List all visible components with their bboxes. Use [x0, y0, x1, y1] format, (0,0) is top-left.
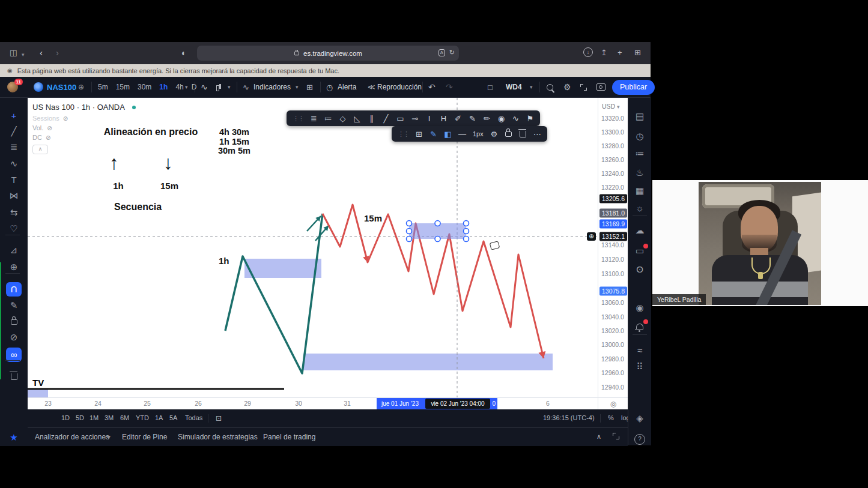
- price-range-icon[interactable]: I: [425, 114, 433, 123]
- favorites-heart-icon[interactable]: ♡: [6, 222, 22, 235]
- fill-color-icon[interactable]: ◧: [444, 130, 452, 139]
- reader-shield-icon[interactable]: ◐: [181, 47, 186, 58]
- line-style-icon[interactable]: —: [458, 130, 466, 139]
- clock-label[interactable]: 19:36:15 (UTC-4): [543, 414, 595, 421]
- xabcd-pattern-icon[interactable]: ⋈: [6, 189, 22, 202]
- fib-retracement-icon[interactable]: ≣: [6, 140, 22, 154]
- tabs-overview-icon[interactable]: ⊞: [634, 47, 641, 58]
- replay-icon[interactable]: ≪: [368, 77, 375, 97]
- timeframe-4h[interactable]: 4h: [175, 83, 183, 91]
- public-chat-icon[interactable]: ☁: [632, 224, 648, 237]
- rectangle-shape-icon[interactable]: ▭: [396, 114, 404, 123]
- delete-icon[interactable]: [519, 131, 527, 137]
- panel-expand-icon[interactable]: [613, 433, 619, 441]
- range-1D[interactable]: 1D: [61, 414, 70, 421]
- annotation-alignment[interactable]: 4h 30m1h 15m30m 5m: [204, 128, 264, 156]
- pattern-wave-icon[interactable]: ∿: [6, 157, 22, 170]
- watchlist-icon[interactable]: ▤: [632, 110, 648, 123]
- snapshot-camera-icon[interactable]: [596, 77, 605, 97]
- tab-chevron-icon[interactable]: ▾: [107, 433, 111, 441]
- layout-chevron-icon[interactable]: ▾: [530, 77, 533, 97]
- line-width-label[interactable]: 1px: [473, 130, 484, 137]
- sidebar-chevron-icon[interactable]: ▾: [22, 49, 25, 60]
- symbol-button[interactable]: NAS100: [47, 77, 76, 97]
- tab-analizador-de-acciones[interactable]: Analizador de acciones: [35, 433, 109, 441]
- hotlists-icon[interactable]: ♨: [632, 166, 648, 179]
- timeframes-chevron-icon[interactable]: ▾: [185, 77, 188, 97]
- redo-icon[interactable]: ↷: [446, 77, 453, 97]
- price-scale[interactable]: USD ▾ 13320.013300.013280.013260.013240.…: [598, 98, 628, 397]
- currency-chevron-icon[interactable]: ▾: [617, 104, 620, 110]
- indicators-chevron-icon[interactable]: ▾: [296, 77, 299, 97]
- alert-clock-icon[interactable]: ◷: [326, 77, 333, 97]
- currency-label[interactable]: USD: [602, 103, 615, 110]
- legend-collapse-button[interactable]: ∧: [32, 145, 48, 154]
- undo-icon[interactable]: ↶: [428, 77, 436, 97]
- down-arrow-label[interactable]: 15m: [157, 181, 181, 191]
- ellipse-shape-icon[interactable]: ◇: [339, 114, 347, 123]
- range-YTD[interactable]: YTD: [136, 414, 149, 421]
- hide-drawings-icon[interactable]: ⊘: [6, 331, 22, 344]
- dom-icon[interactable]: ⠿: [632, 360, 648, 373]
- range-Todas[interactable]: Todas: [185, 414, 202, 421]
- sidebar-icon[interactable]: ◫: [10, 47, 17, 58]
- eye-hidden-icon[interactable]: ⊘: [46, 134, 50, 141]
- help-icon[interactable]: ?: [634, 434, 645, 445]
- indicators-icon[interactable]: ∿: [243, 77, 249, 97]
- tab-panel-de-trading[interactable]: Panel de trading: [263, 433, 315, 441]
- alert-button[interactable]: Alerta: [338, 77, 356, 97]
- tab-editor-de-pine[interactable]: Editor de Pine: [122, 433, 167, 441]
- scale-%[interactable]: %: [608, 414, 614, 421]
- ruler-icon[interactable]: ⊿: [6, 244, 22, 257]
- streams-icon[interactable]: ◉: [632, 301, 648, 315]
- panel-collapse-icon[interactable]: ∧: [596, 433, 601, 441]
- pine-scripts-icon[interactable]: ≈: [632, 344, 648, 357]
- timeframe-30m[interactable]: 30m: [138, 83, 151, 91]
- ideas-icon[interactable]: ☼: [632, 202, 648, 215]
- goto-date-icon[interactable]: ⊡: [216, 414, 222, 423]
- indicators-button[interactable]: Indicadores: [253, 77, 291, 97]
- forward-icon[interactable]: ›: [56, 47, 59, 58]
- chart-type-icon[interactable]: [215, 77, 223, 97]
- back-icon[interactable]: ‹: [40, 47, 43, 58]
- up-arrow-label[interactable]: 1h: [111, 181, 126, 191]
- fib-speed-icon[interactable]: ≣: [310, 114, 318, 123]
- range-5D[interactable]: 5D: [76, 414, 84, 421]
- settings-icon[interactable]: ⚙: [490, 130, 498, 139]
- crosshair-icon[interactable]: +: [6, 109, 22, 122]
- chart-type-chevron-icon[interactable]: ▾: [228, 77, 231, 97]
- chart-line-icon[interactable]: ∿: [201, 77, 208, 97]
- position-tool-icon[interactable]: ⇆: [6, 206, 22, 219]
- color-pencil-icon[interactable]: ✎: [429, 130, 437, 139]
- time-scale[interactable]: jue 01 Jun '23 vie 02 Jun '23 04:00 0 23…: [28, 397, 598, 410]
- notes-icon[interactable]: ≔: [632, 147, 648, 160]
- lock-drawings-icon[interactable]: [6, 315, 22, 328]
- timeframe-5m[interactable]: 5m: [98, 83, 108, 91]
- private-chat-icon[interactable]: ▭: [632, 244, 648, 258]
- drag-handle-icon[interactable]: ⋮⋮: [398, 130, 408, 138]
- translate-icon[interactable]: A: [439, 49, 445, 56]
- downloads-icon[interactable]: ↓: [583, 47, 593, 57]
- eye-hidden-icon[interactable]: ⊘: [47, 125, 52, 131]
- timeframe-15m[interactable]: 15m: [116, 83, 130, 91]
- drawing-mode-icon[interactable]: ✎: [6, 299, 22, 312]
- range-1M[interactable]: 1M: [90, 414, 99, 421]
- brush-icon[interactable]: ✎: [469, 114, 476, 123]
- assistant-icon[interactable]: ʘ: [632, 263, 648, 276]
- drag-handle-icon[interactable]: ⋮⋮: [293, 115, 303, 122]
- range-3M[interactable]: 3M: [105, 414, 114, 421]
- marker-pen-icon[interactable]: ✐: [454, 114, 462, 123]
- tab-simulador-de-estrategias[interactable]: Simulador de estrategias: [178, 433, 258, 441]
- publish-button[interactable]: Publicar: [612, 80, 655, 95]
- calendar-icon[interactable]: ▦: [632, 184, 648, 197]
- range-1A[interactable]: 1A: [155, 414, 163, 421]
- new-tab-icon[interactable]: +: [618, 47, 622, 58]
- sequence-label[interactable]: Secuencia: [114, 202, 162, 212]
- remove-drawings-icon[interactable]: [6, 370, 22, 383]
- text-tool-icon[interactable]: T: [6, 173, 22, 187]
- notifications-icon[interactable]: [632, 320, 648, 333]
- date-range-icon[interactable]: H: [440, 114, 448, 123]
- gear-icon[interactable]: ⚙: [563, 77, 571, 97]
- template-icon[interactable]: ⊞: [415, 130, 423, 139]
- trend-line-icon[interactable]: ╱: [382, 114, 390, 123]
